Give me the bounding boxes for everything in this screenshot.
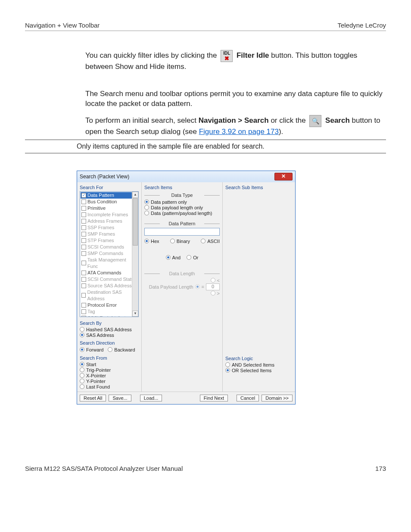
checkbox[interactable] — [81, 245, 86, 249]
list-item[interactable]: SSP Frames — [81, 224, 138, 231]
load-button[interactable]: Load... — [140, 395, 162, 401]
list-item[interactable]: Tag — [81, 308, 138, 315]
nav-search-path: Navigation > Search — [199, 116, 269, 124]
cancel-button[interactable]: Cancel — [237, 395, 259, 401]
radio-binary[interactable]: Binary — [170, 239, 190, 244]
find-next-button[interactable]: Find Next — [200, 395, 228, 401]
list-item[interactable]: ✓Data Pattern — [81, 192, 138, 199]
radio-trig-pointer[interactable]: Trig-Pointer — [80, 367, 139, 373]
list-item[interactable]: STP Frames — [81, 237, 138, 244]
radio-start[interactable]: Start — [80, 362, 139, 367]
text: ). — [279, 128, 283, 136]
list-item[interactable]: Bus Condition — [81, 199, 138, 205]
radio-or-selected[interactable]: OR Selected Items — [225, 368, 293, 373]
checkbox[interactable] — [81, 232, 86, 236]
list-item[interactable]: Address Frames — [81, 218, 138, 224]
list-item[interactable]: Protocol Error — [81, 302, 138, 308]
list-item[interactable]: Incomplete Frames — [81, 212, 138, 218]
scroll-up-icon[interactable]: ▲ — [132, 192, 138, 198]
search-items-label: Search Items — [144, 185, 220, 190]
radio-hashed-sas[interactable]: Hashed SAS Address — [80, 327, 139, 332]
radio-forward[interactable]: Forward — [80, 347, 103, 352]
radio-data-pattern-payload[interactable]: Data (pattern/payload length) — [144, 211, 220, 216]
checkbox[interactable] — [81, 277, 86, 282]
footer-left: Sierra M122 SAS/SATA Protocol Analyzer U… — [25, 465, 183, 472]
list-item[interactable]: Source SAS Address — [81, 283, 138, 289]
checkbox[interactable] — [81, 212, 86, 217]
radio-x-pointer[interactable]: X-Pointer — [80, 373, 139, 378]
radio-or[interactable]: Or — [187, 255, 198, 260]
filter-idle-label: Filter Idle — [237, 51, 269, 59]
paragraph-filter-idle: You can quickly filter idles by clicking… — [85, 50, 386, 72]
radio-ascii[interactable]: ASCII — [201, 239, 220, 244]
checkbox[interactable] — [81, 238, 86, 243]
paragraph-search-howto: To perform an initial search, select Nav… — [85, 115, 386, 137]
search-for-listbox[interactable]: ✓Data PatternBus ConditionPrimitiveIncom… — [80, 191, 139, 317]
list-item[interactable]: SCSI Commands — [81, 244, 138, 250]
checkbox[interactable] — [81, 316, 86, 317]
search-by-label: Search By — [80, 320, 139, 326]
checkbox[interactable] — [81, 225, 86, 230]
checkbox[interactable] — [81, 303, 86, 308]
checkbox[interactable] — [81, 283, 86, 288]
radio-gt: > — [144, 291, 220, 296]
list-item[interactable]: SCSI Command Status — [81, 276, 138, 283]
radio-sas-address[interactable]: SAS Address — [80, 333, 139, 338]
checkbox[interactable] — [81, 261, 86, 265]
radio-data-pattern-only[interactable]: Data pattern only — [144, 199, 220, 205]
radio-and-selected[interactable]: AND Selected Items — [225, 362, 293, 367]
checkbox[interactable] — [81, 199, 86, 204]
data-pattern-label: Data Pattern — [144, 221, 220, 226]
checkbox[interactable] — [81, 206, 86, 211]
text: To perform an initial search, select — [85, 116, 199, 124]
scrollbar[interactable]: ▲ ▼ — [132, 192, 138, 317]
list-item[interactable]: ATA Commands — [81, 270, 138, 276]
radio-data-payload-length-only[interactable]: Data payload length only — [144, 205, 220, 210]
dialog-title: Search (Packet View) — [80, 174, 129, 180]
close-icon[interactable]: ✕ — [274, 173, 293, 180]
search-for-label: Search For — [80, 185, 139, 190]
filter-idle-icon[interactable]: IDL✖ — [221, 50, 233, 62]
radio-hex[interactable]: Hex — [144, 239, 159, 244]
text: or click the — [271, 116, 308, 124]
list-item[interactable]: SMP Commands — [81, 250, 138, 257]
data-payload-length-row: Data Payload Length = 0 — [144, 283, 220, 290]
footer-right: 173 — [375, 465, 386, 472]
list-item[interactable]: Destination SAS Address — [81, 289, 138, 302]
search-icon[interactable]: 🔍 — [309, 115, 321, 127]
text: You can quickly filter idles by clicking… — [85, 51, 219, 59]
header-left: Navigation + View Toolbar — [25, 22, 100, 29]
search-direction-label: Search Direction — [80, 340, 139, 345]
checkbox[interactable] — [81, 309, 86, 314]
reset-all-button[interactable]: Reset All — [80, 395, 106, 401]
list-item[interactable]: SMP Frames — [81, 231, 138, 237]
radio-and[interactable]: And — [166, 255, 181, 260]
checkbox[interactable]: ✓ — [81, 193, 86, 198]
checkbox[interactable] — [81, 251, 86, 256]
radio-last-found[interactable]: Last Found — [80, 384, 139, 389]
titlebar: Search (Packet View) ✕ — [77, 171, 295, 182]
save-button[interactable]: Save... — [109, 395, 131, 401]
note-box: Only items captured in the sample file a… — [25, 140, 386, 153]
list-item[interactable]: SCSI Task Attribute — [81, 315, 138, 317]
search-logic-label: Search Logic — [225, 356, 293, 361]
search-from-label: Search From — [80, 355, 139, 361]
list-item[interactable]: Task Management Func — [81, 257, 138, 270]
checkbox[interactable] — [81, 293, 86, 298]
scroll-thumb[interactable] — [133, 198, 138, 246]
search-button-label: Search — [325, 116, 350, 124]
radio-backward[interactable]: Backward — [108, 347, 135, 352]
search-sub-items-label: Search Sub Items — [225, 185, 293, 190]
checkbox[interactable] — [81, 219, 86, 224]
header-right: Teledyne LeCroy — [337, 22, 386, 29]
radio-y-pointer[interactable]: Y-Pointer — [80, 379, 139, 384]
radio-lt: < — [144, 278, 220, 283]
data-pattern-input[interactable] — [144, 228, 220, 236]
figure-link[interactable]: Figure 3.92 on page 173 — [199, 128, 279, 136]
search-dialog: Search (Packet View) ✕ Search For ✓Data … — [77, 171, 296, 404]
domain-button[interactable]: Domain >> — [262, 395, 293, 401]
scroll-down-icon[interactable]: ▼ — [132, 311, 138, 317]
checkbox[interactable] — [81, 271, 86, 275]
data-payload-length-input[interactable]: 0 — [206, 283, 220, 290]
list-item[interactable]: Primitive — [81, 205, 138, 212]
